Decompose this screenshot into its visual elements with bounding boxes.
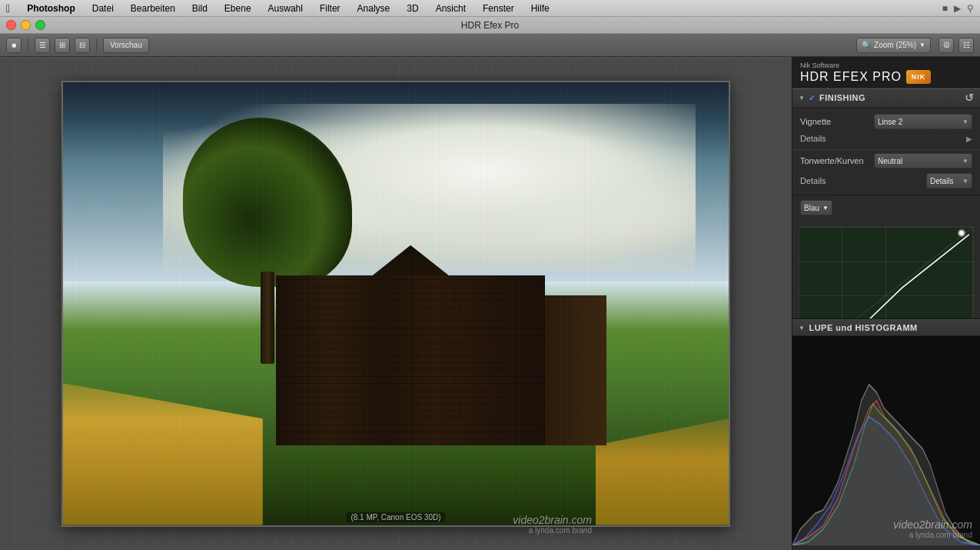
menu-analyse[interactable]: Analyse [354,3,394,14]
histogram-svg [792,336,980,545]
nik-title: HDR EFEX PRO NIK [800,70,972,84]
menu-ebene[interactable]: Ebene [221,3,254,14]
vignette-section: Vignette Linse 2 ▼ Details ▶ [792,108,980,149]
tonwerte-select[interactable]: Neutral ▼ [874,153,972,168]
hand-tool-icon[interactable]: ☮ [938,38,954,53]
histogram-section: ▼ LUPE und HISTOGRAMM [792,318,980,550]
menu-bearbeiten[interactable]: Bearbeiten [128,3,178,14]
separator-2 [96,38,97,52]
tonwerte-value: Neutral [878,157,902,165]
section-reset-icon[interactable]: ↺ [965,92,975,104]
section-collapse-icon: ▼ [799,95,805,102]
curve-svg [799,227,973,318]
details-arrow-icon[interactable]: ▶ [966,135,972,143]
mac-menubar:  Photoshop Datei Bearbeiten Bild Ebene … [0,0,980,17]
menu-ansicht[interactable]: Ansicht [433,3,469,14]
menu-hilfe[interactable]: Hilfe [528,3,553,14]
speaker-icon: ▶ [954,3,961,14]
channel-select[interactable]: Blau ▼ [800,200,832,215]
menu-bild[interactable]: Bild [189,3,211,14]
svg-line-0 [799,227,973,318]
channel-selector-area: Blau ▼ [792,195,980,223]
curve-grid[interactable]: ▲ ▲ ▲ [799,226,974,318]
panel-watermark-line1: video2brain.com [893,518,972,531]
tonwerte-details-value: Details [930,177,954,185]
zoom-arrow: ▼ [919,42,925,48]
menu-3d[interactable]: 3D [404,3,421,14]
window-controls [6,20,45,30]
nik-logo-badge: NIK [906,70,931,84]
tonwerte-label: Tonwerte/Kurven [800,156,869,165]
photo-frame: (8.1 MP, Canon EOS 30D) [61,81,730,527]
curve-selector: Blau ▼ [800,200,972,215]
vorschau-button[interactable]: Vorschau [103,38,149,53]
details-label-1: Details [800,134,966,143]
toolbar-icon-1[interactable]: ■ [6,38,22,53]
apple-menu[interactable]:  [6,2,10,15]
tree-trunk [261,272,274,364]
vignette-label: Vignette [800,117,869,126]
vignette-value: Linse 2 [878,118,902,126]
details-row-2: Details Details ▼ [800,173,972,188]
vignette-row: Vignette Linse 2 ▼ [800,114,972,129]
menu-auswahl[interactable]: Auswahl [265,3,306,14]
nik-header: Nik Software HDR EFEX PRO NIK [792,57,980,88]
minimize-button[interactable] [21,20,31,30]
close-button[interactable] [6,20,16,30]
separator-1 [28,38,28,52]
barn [276,245,545,445]
curve-point-top[interactable] [958,229,965,237]
histogram-section-header[interactable]: ▼ LUPE und HISTOGRAMM [792,319,980,336]
nik-title-text: HDR EFEX PRO [800,70,902,84]
search-menu-icon[interactable]: ⚲ [967,3,974,14]
nik-brand-label: Nik Software [800,62,972,69]
histogram-collapse-icon: ▼ [799,325,805,332]
toolbar-icon-3[interactable]: ⊞ [55,38,70,53]
maximize-button[interactable] [35,20,45,30]
histogram-label: LUPE und HISTOGRAMM [809,323,917,332]
canvas-area[interactable]: (8.1 MP, Canon EOS 30D) video2brain.com … [0,57,792,550]
panel-watermark: video2brain.com a lynda.com brand [893,518,972,539]
photo-status: (8.1 MP, Canon EOS 30D) [346,512,445,522]
tonwerte-row: Tonwerte/Kurven Neutral ▼ [800,153,972,168]
photo-canvas [63,82,729,525]
channel-arrow-icon: ▼ [822,205,829,212]
menu-fenster[interactable]: Fenster [480,3,517,14]
details-label-2: Details [800,176,926,185]
vignette-arrow-icon: ▼ [962,118,968,125]
toolbar: ■ ☰ ⊞ ⊟ Vorschau 🔍 Zoom (25%) ▼ ☮ ☷ [0,34,980,57]
toolbar-icon-4[interactable]: ⊟ [75,38,90,53]
grid-icon[interactable]: ☷ [958,38,974,53]
zoom-label: Zoom (25%) [874,41,916,49]
panel-scroll[interactable]: ▼ ✓ FINISHING ↺ Vignette Linse 2 ▼ Detai… [792,88,980,318]
titlebar: HDR Efex Pro [0,17,980,34]
right-panel: Nik Software HDR EFEX PRO NIK ▼ ✓ FINISH… [792,57,980,550]
menu-datei[interactable]: Datei [89,3,117,14]
adobe-icon: ■ [942,3,948,14]
tonwerte-arrow-icon: ▼ [962,158,968,165]
tonwerte-details-select[interactable]: Details ▼ [926,173,972,188]
app-name-menu[interactable]: Photoshop [24,3,78,14]
details-select-arrow: ▼ [962,178,968,185]
details-row-1: Details ▶ [800,134,972,143]
finishing-label: FINISHING [819,93,865,102]
search-icon: 🔍 [862,41,871,49]
finishing-section-header[interactable]: ▼ ✓ FINISHING ↺ [792,88,980,108]
toolbar-icon-2[interactable]: ☰ [35,38,50,53]
zoom-area[interactable]: 🔍 Zoom (25%) ▼ [856,38,931,53]
curve-editor[interactable]: ▲ ▲ ▲ Zurücksetzen [792,223,980,318]
menu-filter[interactable]: Filter [317,3,344,14]
main-content: (8.1 MP, Canon EOS 30D) video2brain.com … [0,57,980,550]
tonwerte-section: Tonwerte/Kurven Neutral ▼ Details Detail… [792,149,980,195]
panel-watermark-line2: a lynda.com brand [893,531,972,539]
channel-value: Blau [804,204,819,212]
section-check-icon: ✓ [809,94,816,102]
histogram-display: video2brain.com a lynda.com brand [792,336,980,545]
window-title: HDR Efex Pro [461,20,519,31]
vignette-select[interactable]: Linse 2 ▼ [874,114,972,129]
